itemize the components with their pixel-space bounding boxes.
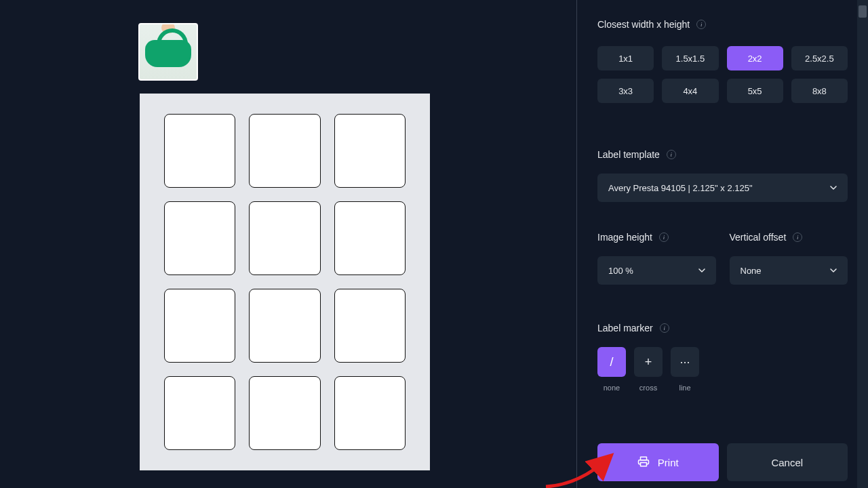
scrollbar[interactable] xyxy=(857,0,868,488)
svg-rect-1 xyxy=(640,462,646,466)
preview-pane xyxy=(0,0,576,488)
label-cell xyxy=(164,114,235,188)
marker-label: Label marker i xyxy=(597,323,848,333)
label-cell xyxy=(249,289,320,363)
template-label: Label template i xyxy=(597,149,848,160)
size-chip-4x4[interactable]: 4x4 xyxy=(662,79,718,103)
marker-option-none: /none xyxy=(597,347,626,392)
size-label: Closest width x height i xyxy=(597,19,848,30)
size-chip-1_5x1_5[interactable]: 1.5x1.5 xyxy=(662,46,718,70)
marker-option-cross: +cross xyxy=(634,347,663,392)
size-chip-1x1[interactable]: 1x1 xyxy=(597,46,654,70)
size-chip-8x8[interactable]: 8x8 xyxy=(791,79,848,103)
info-icon[interactable]: i xyxy=(696,20,706,29)
label-cell xyxy=(249,376,320,450)
image-height-label: Image height i xyxy=(597,232,716,243)
product-image xyxy=(140,24,197,79)
template-select[interactable]: Avery Presta 94105 | 2.125" x 2.125" xyxy=(597,174,848,202)
marker-caption: none xyxy=(604,384,620,392)
vertical-offset-select[interactable]: None xyxy=(730,256,848,285)
label-cell xyxy=(249,114,320,188)
marker-option-line: ···line xyxy=(671,347,699,392)
info-icon[interactable]: i xyxy=(793,232,802,242)
print-button[interactable]: Print xyxy=(597,443,719,481)
label-cell xyxy=(334,376,406,450)
label-sheet-preview xyxy=(140,94,430,470)
label-cell xyxy=(164,201,235,275)
info-icon[interactable]: i xyxy=(667,150,676,159)
marker-button-none[interactable]: / xyxy=(597,347,626,377)
size-chip-2_5x2_5[interactable]: 2.5x2.5 xyxy=(791,46,848,70)
chevron-down-icon xyxy=(830,184,837,191)
print-icon xyxy=(637,455,650,470)
size-options: 1x11.5x1.52x22.5x2.53x34x45x58x8 xyxy=(597,46,848,103)
vertical-offset-label: Vertical offset i xyxy=(730,232,848,243)
info-icon[interactable]: i xyxy=(659,232,669,242)
chevron-down-icon xyxy=(698,267,705,274)
marker-button-line[interactable]: ··· xyxy=(671,347,699,377)
marker-caption: cross xyxy=(639,384,657,392)
product-thumbnail[interactable] xyxy=(138,23,198,81)
marker-button-cross[interactable]: + xyxy=(634,347,663,377)
size-chip-2x2[interactable]: 2x2 xyxy=(727,46,783,70)
scrollbar-thumb[interactable] xyxy=(859,5,867,18)
label-cell xyxy=(334,289,406,363)
label-cell xyxy=(334,201,406,275)
info-icon[interactable]: i xyxy=(660,323,669,333)
label-cell xyxy=(164,289,235,363)
image-height-select[interactable]: 100 % xyxy=(597,256,716,285)
chevron-down-icon xyxy=(830,267,837,274)
label-cell xyxy=(164,376,235,450)
label-cell xyxy=(249,201,320,275)
cancel-button[interactable]: Cancel xyxy=(727,443,848,481)
size-chip-5x5[interactable]: 5x5 xyxy=(727,79,783,103)
settings-panel: Closest width x height i 1x11.5x1.52x22.… xyxy=(576,0,868,488)
label-cell xyxy=(334,114,406,188)
size-chip-3x3[interactable]: 3x3 xyxy=(597,79,654,103)
marker-caption: line xyxy=(679,384,690,392)
